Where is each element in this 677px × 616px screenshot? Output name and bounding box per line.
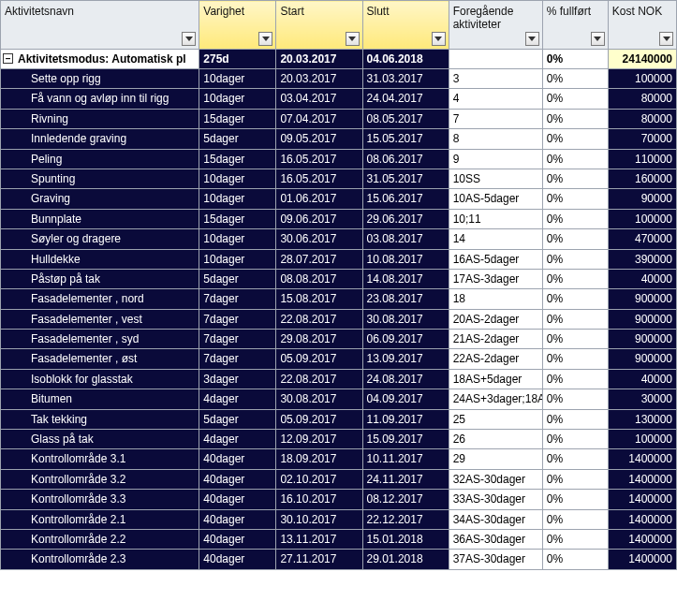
cell-pct[interactable]: 0% <box>542 529 608 549</box>
cell-name[interactable]: Kontrollområde 2.3 <box>1 550 199 569</box>
cell-name[interactable]: Kontrollområde 3.2 <box>1 469 199 489</box>
cell-start[interactable]: 20.03.2017 <box>276 69 362 89</box>
cell-name[interactable]: Få vann og avløp inn til rigg <box>1 89 199 109</box>
cell-predecessors[interactable]: 36AS-30dager <box>449 529 542 549</box>
cell-duration[interactable]: 40dager <box>199 529 276 549</box>
filter-dropdown-icon[interactable] <box>346 32 360 46</box>
cell-cost[interactable]: 90000 <box>608 189 676 209</box>
cell-end[interactable]: 08.06.2017 <box>362 149 449 169</box>
cell-duration[interactable]: 3dager <box>199 369 276 389</box>
cell-duration[interactable]: 7dager <box>199 309 276 329</box>
filter-dropdown-icon[interactable] <box>525 32 539 46</box>
cell-predecessors[interactable]: 7 <box>449 109 542 128</box>
cell-predecessors[interactable]: 4 <box>449 89 542 109</box>
cell-duration[interactable]: 4dager <box>199 430 276 449</box>
cell-end[interactable]: 29.01.2018 <box>362 550 449 569</box>
filter-dropdown-icon[interactable] <box>659 32 673 46</box>
table-row[interactable]: Søyler og dragere10dager30.06.201703.08.… <box>1 229 677 249</box>
cell-name[interactable]: Kontrollområde 3.3 <box>1 490 199 509</box>
table-row[interactable]: Isoblokk for glasstak3dager22.08.201724.… <box>1 369 677 389</box>
filter-dropdown-icon[interactable] <box>432 32 446 46</box>
cell-start[interactable]: 30.06.2017 <box>276 229 362 249</box>
cell-cost[interactable]: 100000 <box>608 430 676 449</box>
cell-pct[interactable]: 0% <box>542 490 608 509</box>
cell-cost[interactable]: 390000 <box>608 249 676 269</box>
cell-duration[interactable]: 7dager <box>199 289 276 309</box>
cell-name[interactable]: Fasadelementer , vest <box>1 309 199 329</box>
table-row[interactable]: Graving10dager01.06.201715.06.201710AS-5… <box>1 189 677 209</box>
cell-predecessors[interactable]: 21AS-2dager <box>449 330 542 349</box>
cell-duration[interactable]: 40dager <box>199 550 276 569</box>
cell-cost[interactable]: 1400000 <box>608 529 676 549</box>
cell-predecessors[interactable]: 3 <box>449 69 542 89</box>
cell-duration[interactable]: 40dager <box>199 509 276 529</box>
cell-name[interactable]: Kontrollområde 3.1 <box>1 449 199 469</box>
cell-name[interactable]: Påstøp på tak <box>1 269 199 288</box>
filter-dropdown-icon[interactable] <box>591 32 605 46</box>
table-row[interactable]: Tak tekking5dager05.09.201711.09.2017250… <box>1 409 677 429</box>
table-row[interactable]: Glass på tak4dager12.09.201715.09.201726… <box>1 430 677 449</box>
cell-name[interactable]: Fasadelementer , syd <box>1 330 199 349</box>
cell-cost[interactable]: 30000 <box>608 389 676 409</box>
filter-dropdown-icon[interactable] <box>182 32 196 46</box>
summary-start-cell[interactable]: 20.03.2017 <box>276 50 362 69</box>
cell-cost[interactable]: 1400000 <box>608 449 676 469</box>
cell-duration[interactable]: 15dager <box>199 209 276 228</box>
collapse-icon[interactable]: – <box>3 53 13 64</box>
cell-name[interactable]: Graving <box>1 189 199 209</box>
cell-name[interactable]: Spunting <box>1 169 199 188</box>
cell-end[interactable]: 10.08.2017 <box>362 249 449 269</box>
col-header-cost[interactable]: Kost NOK <box>608 1 676 50</box>
cell-name[interactable]: Glass på tak <box>1 430 199 449</box>
cell-pct[interactable]: 0% <box>542 469 608 489</box>
cell-pct[interactable]: 0% <box>542 430 608 449</box>
cell-pct[interactable]: 0% <box>542 249 608 269</box>
cell-pct[interactable]: 0% <box>542 330 608 349</box>
cell-start[interactable]: 03.04.2017 <box>276 89 362 109</box>
cell-end[interactable]: 24.08.2017 <box>362 369 449 389</box>
table-row[interactable]: Påstøp på tak5dager08.08.201714.08.20171… <box>1 269 677 288</box>
cell-cost[interactable]: 160000 <box>608 169 676 188</box>
table-row[interactable]: Bitumen4dager30.08.201704.09.201724AS+3d… <box>1 389 677 409</box>
summary-pct-cell[interactable]: 0% <box>542 50 608 69</box>
cell-duration[interactable]: 40dager <box>199 490 276 509</box>
cell-name[interactable]: Bitumen <box>1 389 199 409</box>
cell-predecessors[interactable]: 17AS-3dager <box>449 269 542 288</box>
cell-cost[interactable]: 900000 <box>608 289 676 309</box>
cell-end[interactable]: 10.11.2017 <box>362 449 449 469</box>
cell-cost[interactable]: 70000 <box>608 129 676 149</box>
cell-start[interactable]: 12.09.2017 <box>276 430 362 449</box>
cell-cost[interactable]: 900000 <box>608 330 676 349</box>
cell-start[interactable]: 05.09.2017 <box>276 349 362 369</box>
cell-end[interactable]: 15.06.2017 <box>362 189 449 209</box>
cell-start[interactable]: 13.11.2017 <box>276 529 362 549</box>
cell-predecessors[interactable]: 33AS-30dager <box>449 490 542 509</box>
cell-predecessors[interactable]: 10;11 <box>449 209 542 228</box>
table-row[interactable]: Innledende graving5dager09.05.201715.05.… <box>1 129 677 149</box>
cell-name[interactable]: Fasadelementer , øst <box>1 349 199 369</box>
cell-cost[interactable]: 80000 <box>608 109 676 128</box>
cell-predecessors[interactable]: 22AS-2dager <box>449 349 542 369</box>
cell-pct[interactable]: 0% <box>542 389 608 409</box>
cell-start[interactable]: 18.09.2017 <box>276 449 362 469</box>
cell-duration[interactable]: 10dager <box>199 89 276 109</box>
cell-cost[interactable]: 40000 <box>608 369 676 389</box>
cell-end[interactable]: 14.08.2017 <box>362 269 449 288</box>
cell-pct[interactable]: 0% <box>542 229 608 249</box>
cell-duration[interactable]: 10dager <box>199 229 276 249</box>
table-row[interactable]: Kontrollområde 3.140dager18.09.201710.11… <box>1 449 677 469</box>
table-row[interactable]: Rivning15dager07.04.201708.05.201770%800… <box>1 109 677 128</box>
cell-duration[interactable]: 4dager <box>199 389 276 409</box>
table-row[interactable]: Kontrollområde 2.140dager30.10.201722.12… <box>1 509 677 529</box>
cell-end[interactable]: 08.12.2017 <box>362 490 449 509</box>
cell-end[interactable]: 15.05.2017 <box>362 129 449 149</box>
table-row[interactable]: Fasadelementer , vest7dager22.08.201730.… <box>1 309 677 329</box>
cell-pct[interactable]: 0% <box>542 449 608 469</box>
table-row[interactable]: Få vann og avløp inn til rigg10dager03.0… <box>1 89 677 109</box>
cell-name[interactable]: Hulldekke <box>1 249 199 269</box>
cell-start[interactable]: 02.10.2017 <box>276 469 362 489</box>
summary-predecessors-cell[interactable] <box>449 50 542 69</box>
cell-predecessors[interactable]: 26 <box>449 430 542 449</box>
cell-end[interactable]: 24.04.2017 <box>362 89 449 109</box>
cell-pct[interactable]: 0% <box>542 269 608 288</box>
